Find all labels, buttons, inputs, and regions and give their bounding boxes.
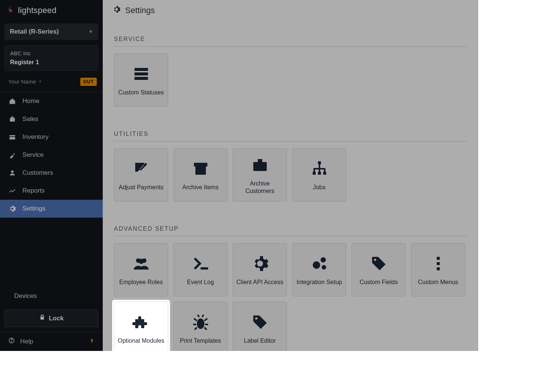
tile-label: Employee Roles — [117, 279, 165, 286]
sitemap-icon — [310, 159, 328, 178]
tile-archive-items[interactable]: Archive Items — [173, 148, 228, 202]
company-register-box[interactable]: ABC Inc Register 1 — [4, 45, 98, 71]
product-selector[interactable]: Retail (R-Series) ▼ — [4, 24, 98, 40]
svg-rect-16 — [318, 161, 321, 164]
gears-icon — [310, 254, 328, 273]
sidebar-item-devices[interactable]: Devices — [0, 287, 103, 305]
sidebar: lightspeed Retail (R-Series) ▼ ABC Inc R… — [0, 0, 103, 351]
tile-label: Archive Items — [180, 184, 221, 191]
customers-icon — [8, 169, 16, 177]
svg-rect-18 — [318, 172, 321, 175]
edit-square-icon — [132, 159, 150, 178]
svg-rect-15 — [258, 159, 262, 162]
lock-button[interactable]: Lock — [4, 309, 98, 327]
sidebar-item-label: Settings — [22, 205, 45, 212]
user-row: Your Name ▼ OUT — [0, 73, 103, 92]
svg-point-26 — [322, 265, 326, 270]
sidebar-item-label: Devices — [14, 292, 37, 300]
inventory-icon — [8, 133, 16, 141]
section-advanced-setup: ADVANCED SETUP Employee Roles Event Log … — [103, 211, 478, 351]
user-name[interactable]: Your Name ▼ — [8, 78, 42, 85]
tile-custom-statuses[interactable]: Custom Statuses — [114, 53, 168, 107]
sidebar-item-customers[interactable]: Customers — [0, 164, 103, 182]
tile-employee-roles[interactable]: Employee Roles — [114, 243, 168, 296]
tile-jobs[interactable]: Jobs — [292, 148, 346, 202]
help-label: Help — [20, 338, 33, 345]
sidebar-item-inventory[interactable]: Inventory — [0, 128, 103, 146]
brand-text: lightspeed — [18, 6, 56, 15]
svg-rect-10 — [134, 72, 148, 75]
tile-label: Custom Statuses — [116, 89, 166, 96]
svg-rect-12 — [194, 163, 207, 167]
tile-custom-fields[interactable]: Custom Fields — [352, 243, 406, 296]
settings-icon — [8, 205, 16, 212]
tile-integration-setup[interactable]: Integration Setup — [292, 243, 346, 296]
page-header: Settings — [103, 0, 478, 21]
sidebar-item-sales[interactable]: Sales — [0, 110, 103, 128]
svg-rect-19 — [323, 172, 326, 175]
sidebar-item-label: Service — [22, 151, 44, 159]
help-button[interactable]: Help — [8, 337, 33, 346]
sidebar-item-label: Reports — [22, 187, 45, 195]
sidebar-item-label: Customers — [22, 169, 53, 177]
svg-rect-3 — [10, 137, 15, 140]
svg-rect-29 — [437, 262, 440, 265]
tile-print-templates[interactable]: Print Templates — [173, 302, 228, 351]
tag-icon — [251, 312, 269, 332]
tile-label-editor[interactable]: Label Editor — [233, 302, 287, 351]
puzzle-icon — [132, 312, 150, 332]
svg-rect-0 — [10, 118, 15, 121]
help-icon — [8, 337, 15, 346]
tile-adjust-payments[interactable]: Adjust Payments — [114, 148, 168, 202]
users-icon — [132, 254, 150, 273]
register-name: Register 1 — [10, 58, 93, 67]
brand-logo: lightspeed — [0, 0, 103, 21]
svg-point-31 — [197, 318, 204, 329]
sidebar-item-home[interactable]: Home — [0, 92, 103, 110]
sidebar-item-settings[interactable]: Settings — [0, 200, 103, 218]
svg-rect-30 — [437, 267, 440, 270]
home-icon — [8, 97, 16, 105]
tile-custom-menus[interactable]: Custom Menus — [411, 243, 465, 296]
svg-rect-14 — [253, 162, 267, 171]
tile-event-log[interactable]: Event Log — [173, 243, 228, 296]
tags-icon — [370, 254, 388, 273]
tile-optional-modules[interactable]: Optional Modules — [114, 302, 168, 351]
gear-icon — [112, 5, 121, 16]
svg-rect-11 — [134, 77, 148, 80]
tile-client-api-access[interactable]: Client API Access — [233, 243, 287, 296]
flame-icon — [7, 5, 15, 15]
reports-icon — [8, 187, 16, 195]
gear-icon — [251, 254, 269, 273]
product-selector-label: Retail (R-Series) — [10, 28, 59, 35]
section-title: ADVANCED SETUP — [114, 214, 467, 236]
terminal-icon — [192, 254, 210, 273]
briefcase-icon — [251, 155, 269, 175]
tile-archive-customers[interactable]: Archive Customers — [233, 148, 287, 202]
help-row: Help — [0, 332, 103, 351]
chevron-down-icon: ▼ — [89, 29, 93, 34]
lock-icon — [39, 314, 45, 322]
svg-point-32 — [255, 317, 257, 320]
tile-label: Integration Setup — [294, 279, 344, 286]
user-name-label: Your Name — [8, 78, 36, 85]
sidebar-item-label: Home — [22, 97, 39, 105]
clock-status-badge[interactable]: OUT — [80, 78, 97, 86]
tile-label: Event Log — [185, 279, 216, 286]
sidebar-item-service[interactable]: Service — [0, 146, 103, 164]
section-service: SERVICE Custom Statuses — [103, 21, 478, 116]
archive-box-icon — [192, 159, 210, 178]
section-utilities: UTILITIES Adjust Payments Archive Items … — [103, 116, 478, 211]
tile-label: Print Templates — [178, 337, 223, 345]
svg-point-8 — [11, 342, 12, 342]
section-title: SERVICE — [114, 25, 467, 47]
svg-point-24 — [313, 261, 320, 269]
sidebar-item-reports[interactable]: Reports — [0, 182, 103, 200]
svg-rect-1 — [11, 116, 14, 118]
tile-label: Jobs — [311, 184, 328, 191]
svg-rect-2 — [10, 135, 15, 136]
tile-label: Label Editor — [242, 337, 278, 345]
tile-label: Adjust Payments — [116, 184, 166, 191]
main-nav: Home Sales Inventory Service Customers R… — [0, 92, 103, 287]
pin-icon[interactable] — [89, 337, 95, 346]
